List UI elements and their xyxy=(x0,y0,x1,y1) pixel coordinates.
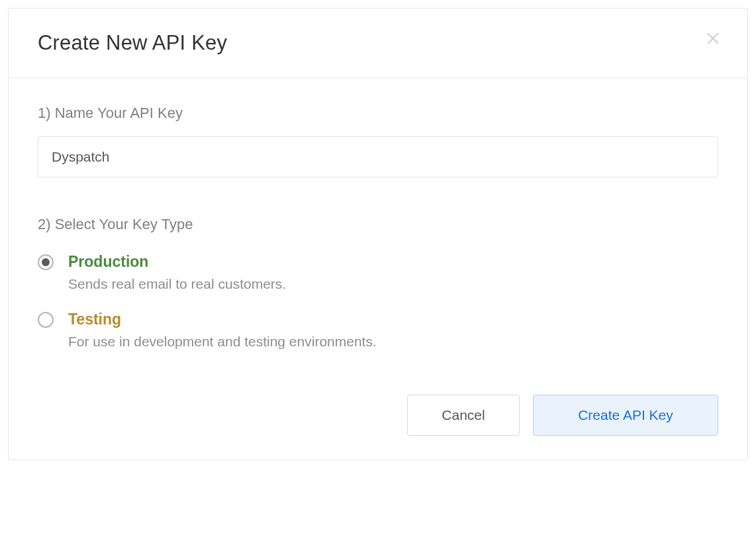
key-type-radio-group: Production Sends real email to real cust… xyxy=(38,253,718,350)
radio-text-testing: Testing For use in development and testi… xyxy=(68,311,718,350)
radio-text-production: Production Sends real email to real cust… xyxy=(68,253,718,292)
create-api-key-button[interactable]: Create API Key xyxy=(533,395,718,436)
api-key-name-input[interactable] xyxy=(38,136,718,177)
radio-desc-production: Sends real email to real customers. xyxy=(68,276,718,292)
radio-title-production: Production xyxy=(68,253,718,271)
modal-footer: Cancel Create API Key xyxy=(9,375,747,460)
modal-body: 1) Name Your API Key 2) Select Your Key … xyxy=(9,78,747,375)
close-button[interactable] xyxy=(701,27,725,51)
create-api-key-modal: Create New API Key 1) Name Your API Key … xyxy=(8,8,748,460)
radio-circle-production[interactable] xyxy=(38,254,54,270)
modal-header: Create New API Key xyxy=(9,9,747,78)
radio-option-production[interactable]: Production Sends real email to real cust… xyxy=(38,253,718,292)
radio-option-testing[interactable]: Testing For use in development and testi… xyxy=(38,311,718,350)
step1-label: 1) Name Your API Key xyxy=(38,105,718,122)
close-icon xyxy=(706,30,720,48)
step2-label: 2) Select Your Key Type xyxy=(38,216,718,233)
cancel-button[interactable]: Cancel xyxy=(407,395,520,436)
radio-desc-testing: For use in development and testing envir… xyxy=(68,334,718,350)
radio-title-testing: Testing xyxy=(68,311,718,328)
radio-circle-testing[interactable] xyxy=(38,312,54,328)
modal-title: Create New API Key xyxy=(38,31,718,55)
